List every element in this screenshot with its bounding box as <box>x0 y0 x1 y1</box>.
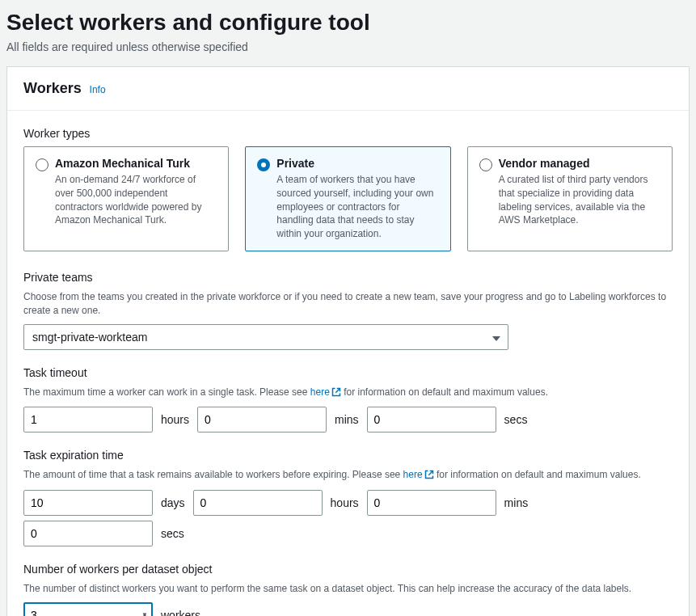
private-teams-select[interactable] <box>23 324 508 350</box>
expiration-secs-input[interactable] <box>23 521 153 546</box>
unit-days: days <box>161 496 185 509</box>
expiration-mins-input[interactable] <box>367 490 496 516</box>
worker-types-label: Worker types <box>23 127 673 140</box>
worker-type-desc: An on-demand 24/7 workforce of over 500,… <box>55 173 217 227</box>
unit-secs: secs <box>161 527 184 540</box>
worker-type-title: Private <box>276 157 438 170</box>
help-text: The maximum time a worker can work in a … <box>23 386 310 398</box>
task-timeout-here-link[interactable]: here <box>310 386 341 398</box>
worker-type-vendor[interactable]: Vendor managed A curated list of third p… <box>467 146 673 251</box>
worker-type-title: Vendor managed <box>499 157 660 170</box>
task-expiration-label: Task expiration time <box>23 449 673 462</box>
timeout-secs-input[interactable] <box>367 407 496 432</box>
info-link[interactable]: Info <box>90 84 106 95</box>
unit-workers: workers <box>161 609 200 616</box>
timeout-hours-input[interactable] <box>23 407 153 432</box>
radio-icon <box>257 158 270 171</box>
task-timeout-label: Task timeout <box>23 366 673 379</box>
workers-per-object-input[interactable] <box>23 602 153 616</box>
workers-per-object-help: The number of distinct workers you want … <box>23 582 673 596</box>
timeout-mins-input[interactable] <box>197 407 327 432</box>
page-subtitle: All fields are required unless otherwise… <box>6 40 690 53</box>
panel-header: Workers Info <box>7 67 689 111</box>
help-text: for information on default and maximum v… <box>434 469 641 480</box>
page-title: Select workers and configure tool <box>6 10 690 36</box>
external-link-icon <box>424 470 434 483</box>
unit-hours: hours <box>161 413 189 426</box>
worker-type-mturk[interactable]: Amazon Mechanical Turk An on-demand 24/7… <box>23 146 229 251</box>
task-timeout-help: The maximum time a worker can work in a … <box>23 386 673 401</box>
worker-type-desc: A team of workers that you have sourced … <box>276 173 438 241</box>
worker-types-group: Amazon Mechanical Turk An on-demand 24/7… <box>23 146 673 251</box>
worker-type-desc: A curated list of third party vendors th… <box>499 173 660 227</box>
panel-title: Workers <box>23 80 82 96</box>
task-expiration-help: The amount of time that a task remains a… <box>23 468 673 483</box>
radio-icon <box>36 158 49 171</box>
unit-mins: mins <box>504 496 529 509</box>
workers-per-object-label: Number of workers per dataset object <box>23 563 673 576</box>
task-expiration-here-link[interactable]: here <box>403 469 434 480</box>
expiration-days-input[interactable] <box>23 490 153 516</box>
unit-hours: hours <box>331 496 359 509</box>
workers-panel: Workers Info Worker types Amazon Mechani… <box>6 66 690 616</box>
private-teams-value[interactable] <box>23 324 508 350</box>
help-text: The amount of time that a task remains a… <box>23 469 403 480</box>
external-link-icon <box>331 387 341 401</box>
unit-secs: secs <box>504 413 528 426</box>
worker-type-private[interactable]: Private A team of workers that you have … <box>245 146 450 251</box>
unit-mins: mins <box>335 413 359 426</box>
radio-icon <box>479 158 492 171</box>
private-teams-label: Private teams <box>23 271 673 284</box>
private-teams-help: Choose from the teams you created in the… <box>23 290 673 318</box>
help-text: for information on default and maximum v… <box>341 386 548 398</box>
expiration-hours-input[interactable] <box>193 490 323 516</box>
worker-type-title: Amazon Mechanical Turk <box>55 157 217 170</box>
